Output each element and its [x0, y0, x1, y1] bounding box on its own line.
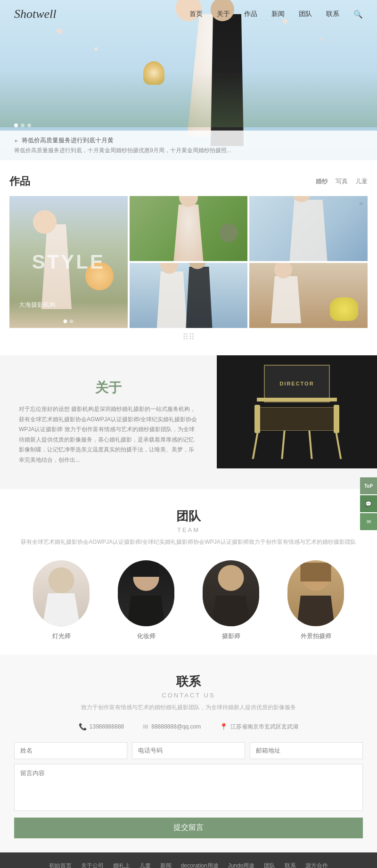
- av1-body: [42, 593, 80, 626]
- works-dot-2[interactable]: [70, 319, 74, 323]
- works-image-1[interactable]: [130, 196, 248, 261]
- contact-desc: 致力于创作富有情感与艺术的婚纱婚礼摄影团队，为全球待婚新人提供优质的影像服务: [14, 704, 363, 712]
- hero-dots: [14, 123, 31, 127]
- contact-phone-item: 📞 13988888888: [79, 723, 124, 731]
- footer-link-3[interactable]: 儿童: [139, 862, 151, 868]
- section-divider: ⠿⠿: [9, 328, 368, 346]
- contact-subtitle-en: CONTACT US: [14, 692, 363, 699]
- wechat-button[interactable]: 💬: [360, 495, 377, 512]
- footer-link-4[interactable]: 新闻: [160, 862, 172, 868]
- img3-bride: [153, 271, 191, 328]
- img4-person: [267, 276, 305, 323]
- dot-3[interactable]: [27, 123, 31, 127]
- av1-head: [49, 567, 74, 593]
- contact-email-item: ✉ 88888888@qq.com: [143, 723, 201, 731]
- about-section: 关于 对于忘位形好的设想 摄影机构是深圳婚纱婚礼摄影的一站式服务机构，获有全球艺…: [0, 355, 377, 489]
- main-nav: 首页 关于 作品 新闻 团队 联系 🔍: [189, 10, 363, 19]
- works-img-2-content: ∞: [249, 196, 368, 261]
- footer-link-5[interactable]: decoration用途: [181, 862, 219, 868]
- works-img-1-content: [130, 196, 248, 261]
- nav-contact[interactable]: 联系: [326, 10, 339, 18]
- works-filter: 婚纱 写真 儿童: [316, 177, 368, 186]
- team-member-3: 摄影师: [193, 560, 269, 640]
- chair-leg-right2: [309, 431, 313, 459]
- img4-flowers: [330, 297, 358, 321]
- av4-hair: [301, 563, 331, 581]
- form-submit-button[interactable]: 提交留言: [14, 818, 363, 838]
- img1-person: [172, 205, 205, 261]
- avatar-2-content: [118, 560, 174, 626]
- filter-wedding[interactable]: 婚纱: [316, 177, 328, 186]
- av3-body: [212, 596, 250, 626]
- footer-link-0[interactable]: 初始首页: [49, 862, 72, 868]
- team-desc: 获有全球艺术婚礼摄影协会AGWPJA认证摄影师/全球纪实婚礼摄影师协会WPJA认…: [9, 538, 368, 546]
- nav-home[interactable]: 首页: [189, 10, 203, 18]
- hero-caption: 将低价高质量服务进行到底十月黄 将低价高质量服务进行到底，十月黄金周婚纱拍摄优惠…: [0, 131, 377, 160]
- contact-section: 联系 CONTACT US 致力于创作富有情感与艺术的婚纱婚礼摄影团队，为全球待…: [0, 655, 377, 852]
- form-row-1: [14, 742, 363, 759]
- chair-arms: [254, 405, 339, 433]
- works-image-3[interactable]: [130, 263, 248, 328]
- works-image-2[interactable]: ∞: [249, 196, 368, 261]
- logo[interactable]: Shotwell: [14, 7, 57, 21]
- chair-back: DIRECTOR: [264, 365, 330, 402]
- team-role-3: 摄影师: [193, 632, 269, 640]
- team-member-2: 化妆师: [108, 560, 184, 640]
- img2-bride: [285, 200, 332, 261]
- works-main-image[interactable]: STYLE 大海摄影机构: [9, 196, 128, 328]
- works-dot-1[interactable]: [64, 319, 67, 323]
- footer-link-8[interactable]: 联系: [285, 862, 296, 868]
- phone-icon: 📞: [79, 723, 87, 730]
- footer-top: 初始首页 关于公司 婚礼上 儿童 新闻 decoration用途 Jundo用途…: [0, 852, 377, 868]
- avatar-3-content: [203, 560, 259, 626]
- works-section: 作品 婚纱 写真 儿童 STYLE 大海摄影机构: [0, 160, 377, 355]
- nav-works[interactable]: 作品: [244, 10, 257, 18]
- message-icon: ✉: [367, 519, 371, 525]
- footer-link-2[interactable]: 婚礼上: [113, 862, 130, 868]
- contact-form: 提交留言: [14, 742, 363, 838]
- contact-address-item: 📍 江苏省南京市玄武区玄武湖: [220, 723, 298, 731]
- form-message-textarea[interactable]: [14, 764, 363, 811]
- chair-leg-left2: [281, 431, 285, 459]
- contact-info: 📞 13988888888 ✉ 88888888@qq.com 📍 江苏省南京市…: [14, 723, 363, 731]
- chair-legs: [254, 431, 339, 459]
- contact-email: 88888888@qq.com: [151, 723, 201, 730]
- team-avatar-4: [287, 560, 344, 626]
- side-float-buttons: ToP 💬 ✉: [360, 477, 377, 531]
- footer: 初始首页 关于公司 婚礼上 儿童 新闻 decoration用途 Jundo用途…: [0, 852, 377, 868]
- team-section: 团队 TEAM 获有全球艺术婚礼摄影协会AGWPJA认证摄影师/全球纪实婚礼摄影…: [0, 489, 377, 655]
- form-phone-input[interactable]: [132, 742, 245, 759]
- footer-link-9[interactable]: 源方合作: [305, 862, 328, 868]
- about-text: 对于忘位形好的设想 摄影机构是深圳婚纱婚礼摄影的一站式服务机构，获有全球艺术婚礼…: [19, 404, 198, 466]
- footer-links: 初始首页 关于公司 婚礼上 儿童 新闻 decoration用途 Jundo用途…: [14, 862, 363, 868]
- works-slider-dots: [64, 319, 74, 323]
- footer-link-1[interactable]: 关于公司: [81, 862, 104, 868]
- filter-children[interactable]: 儿童: [355, 177, 368, 186]
- chair-leg-right: [335, 431, 342, 459]
- message-button[interactable]: ✉: [360, 513, 377, 530]
- search-icon[interactable]: 🔍: [353, 10, 363, 19]
- team-subtitle-en: TEAM: [9, 526, 368, 533]
- nav-team[interactable]: 团队: [299, 10, 312, 18]
- about-left: 关于 对于忘位形好的设想 摄影机构是深圳婚纱婚礼摄影的一站式服务机构，获有全球艺…: [0, 355, 217, 489]
- footer-link-7[interactable]: 团队: [264, 862, 275, 868]
- works-image-4[interactable]: [249, 263, 368, 328]
- dot-2[interactable]: [21, 123, 25, 127]
- footer-link-6[interactable]: Jundo用途: [228, 862, 255, 868]
- avatar-4-content: [287, 560, 344, 626]
- team-role-2: 化妆师: [108, 632, 184, 640]
- nav-about[interactable]: 关于: [217, 10, 230, 18]
- works-title: 作品: [9, 174, 30, 188]
- filter-portrait[interactable]: 写真: [336, 177, 348, 186]
- nav-news[interactable]: 新闻: [271, 10, 285, 18]
- back-to-top-button[interactable]: ToP: [360, 477, 377, 494]
- form-email-input[interactable]: [250, 742, 363, 759]
- dot-1[interactable]: [14, 123, 18, 127]
- av4-body: [297, 596, 335, 626]
- chair-text: DIRECTOR: [279, 381, 314, 386]
- form-name-input[interactable]: [14, 742, 127, 759]
- about-title: 关于: [19, 379, 198, 397]
- img3-groom: [182, 267, 215, 328]
- email-icon: ✉: [143, 723, 148, 730]
- team-grid: 灯光师 化妆师 摄影师: [9, 560, 368, 640]
